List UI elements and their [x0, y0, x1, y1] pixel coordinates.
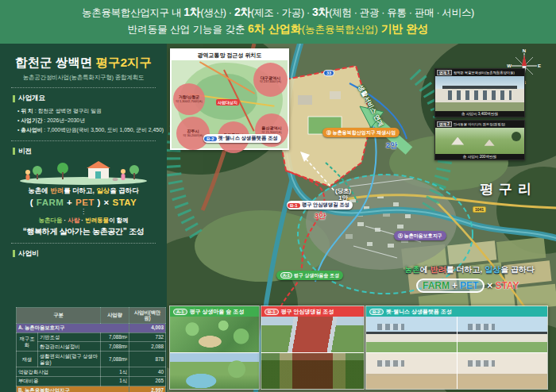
mt-b: 에: [420, 265, 431, 274]
section-a-label: A. 농촌마을보호지구: [17, 323, 129, 332]
panel-b2-chip: B-2: [369, 309, 384, 315]
f-pet: PET: [75, 198, 95, 207]
road-1041-chip: 1041: [473, 206, 486, 213]
cell-cost: 265: [129, 376, 166, 386]
overview-cost-label: 총사업비: [21, 127, 42, 133]
title-district: 평구2지구: [96, 56, 153, 69]
panel-b2: B-2 펫·웰니스 상생플랫폼 조성: [365, 306, 548, 390]
section-budget-header: 사업비: [13, 249, 167, 259]
vision-illustration: [15, 159, 152, 185]
vision-formula: ( FARM + PET ) × STAY: [0, 198, 167, 207]
route-label-2an: 2안: [386, 140, 397, 151]
tag-c: 를 더하고,: [64, 186, 96, 194]
tag-b: 반려: [50, 186, 64, 194]
divider: [11, 140, 156, 141]
route-33-shield: 33: [323, 70, 334, 76]
top-banner: 농촌융복합산업지구 내 1차(생산) · 2차(제조 · 가공) · 3차(체험…: [0, 0, 556, 44]
badge-b1-chip: B-1: [288, 203, 300, 208]
cell-name: 역량강화사업: [17, 367, 101, 377]
cell-cost: 732: [129, 332, 166, 342]
s-e: 반려동물: [85, 217, 109, 224]
render-pet-interior-2: [458, 353, 548, 389]
vertical-dots: ⋮: [0, 209, 167, 215]
banner-line1: 농촌융복합산업지구 내 1차(생산) · 2차(제조 · 가공) · 3차(체험…: [0, 6, 556, 20]
overview-location-label: 위 치: [21, 108, 33, 113]
mt-e: 일상: [485, 265, 500, 274]
cell-name: 부대비용: [17, 376, 101, 386]
section-b-total: 2,997: [129, 386, 166, 392]
divider: [11, 87, 156, 88]
cell-name: 기반조성: [38, 332, 101, 342]
mt-d: 를 더하고,: [446, 265, 485, 274]
badge-b2: B-2 펫·웰니스 상생플랫폼 조성: [203, 134, 281, 143]
mt-c: 반려: [431, 265, 446, 274]
tent-illustration: [451, 137, 464, 145]
compass-n: N: [523, 48, 526, 53]
city-circle-geochang: 거창/산청군 약 1,300/2,700마리: [173, 83, 205, 115]
banner-6cha-wrap: 6차 산업화(농촌융복합산업) 기반 완성: [248, 24, 428, 35]
f-stay: STAY: [112, 198, 137, 207]
tent-illustration: [485, 140, 495, 146]
route-label-1an: (당초) 1안: [335, 188, 351, 202]
mf-farm: FARM: [423, 280, 450, 291]
link-card-2-header: 연계 2 반려동물 아이디어 캠프장(캠핑장): [435, 121, 524, 128]
overview-location-value: : 합천군 쌍백면 평구리 일원: [33, 108, 102, 113]
title-region: 합천군 쌍백면: [15, 56, 96, 69]
link-2-photo: [435, 128, 524, 154]
badge-b2-chip: B-2: [204, 136, 217, 141]
cell-qty: 1식: [101, 376, 129, 386]
badge-b1-label: 평구 안심댕댕길 조성: [302, 202, 349, 209]
render-village-forest-park: [170, 353, 259, 389]
vision-quote: “행복하게 살아가는 농촌공간” 조성: [0, 226, 167, 237]
render-platform-building-1: [366, 317, 457, 352]
banner-6cha: 6차 산업화: [248, 22, 302, 35]
table-row: 환경관리시설정비 7,088m² 2,088: [17, 342, 166, 352]
tag-a: 농촌에: [28, 186, 50, 194]
banner-6cha-desc: (농촌융복합산업): [302, 24, 378, 35]
f-rp: ): [95, 198, 101, 207]
banner-line2: 반려동물 산업 기능을 갖춘 6차 산업화(농촌융복합산업) 기반 완성: [0, 22, 556, 37]
link-2-cost: 총 사업비 200백만원: [435, 154, 524, 159]
table-row: 재구조화 기반조성 7,088m² 732: [17, 332, 166, 342]
render-platform-building-2: [458, 317, 548, 352]
tree-illustration: [512, 132, 521, 141]
section-vision-header: 비전: [13, 147, 167, 156]
link-1-label: 쌍백면 복합문화센터(농촌체험휴양마을): [454, 71, 515, 75]
mf-stay: STAY: [495, 280, 519, 291]
route-label-3an: 3안: [315, 211, 326, 221]
banner-2cha: 2차: [234, 6, 251, 18]
panel-a1: A-1 평구 상생마을 숲 조성: [169, 306, 260, 390]
mt-f: 을 곱하다: [500, 265, 535, 274]
link-1-chip: 연계 1: [437, 70, 452, 75]
cell-qty: 1식: [101, 367, 129, 377]
panel-b2-renders: [366, 317, 547, 389]
badge-a1-chip: A-1: [280, 272, 292, 279]
link-card-2: 연계 2 반려동물 아이디어 캠프장(캠핑장) 총 사업비 200백만원: [434, 120, 525, 160]
banner-3cha: 3차: [312, 6, 329, 18]
render-village-forest-aerial: [170, 317, 259, 352]
illustration-house: [87, 161, 110, 179]
f-plus: +: [64, 198, 75, 207]
inset-site-chip: 사업대상지: [216, 99, 239, 106]
s-c: 사람: [68, 217, 79, 224]
overview-period-label: 사업기간: [21, 117, 42, 123]
panel-b1-renders: [261, 317, 364, 389]
banner-1cha-desc: (생산) ·: [201, 7, 234, 18]
map-formula: FARM+PET × STAY: [416, 279, 519, 293]
cell-group: 재구조화: [17, 332, 38, 352]
place-name-pyeongguri: 평구리: [480, 180, 537, 198]
cell-qty: 7,088m²: [101, 352, 129, 367]
panel-b1-header: B-1 평구 안심댕댕길 조성: [261, 306, 364, 317]
table-row: 부대비용 1식 265: [17, 376, 166, 386]
panel-b2-header: B-2 펫·웰니스 상생플랫폼 조성: [366, 306, 547, 317]
banner-2cha-desc: (제조 · 가공) ·: [251, 7, 312, 18]
section-b-row: B. 농촌융복합산업지구 2,997: [17, 386, 166, 392]
section-a-row: A. 농촌마을보호지구 4,003: [17, 323, 166, 332]
col-group: 구분: [17, 308, 101, 324]
link-card-1: 연계 1 쌍백면 복합문화센터(농촌체험휴양마을) 총 사업비 3,400백만원: [434, 68, 525, 117]
link-2-chip: 연계 2: [437, 121, 452, 127]
link-card-1-header: 연계 1 쌍백면 복합문화센터(농촌체험휴양마을): [435, 69, 524, 76]
panel-a1-title: 평구 상생마을 숲 조성: [190, 308, 245, 316]
banner-complete: 기반 완성: [378, 22, 429, 35]
col-qty: 사업량: [101, 308, 129, 324]
